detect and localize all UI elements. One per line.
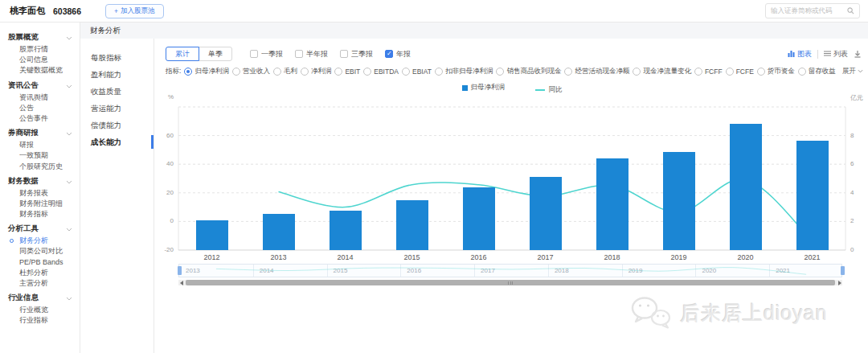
left-tick--20: -20 bbox=[154, 246, 174, 253]
checkbox-一季报[interactable]: 一季报 bbox=[250, 49, 283, 60]
sidebar-item-财务报表[interactable]: 财务报表 bbox=[0, 188, 80, 199]
sidebar-item-主营分析[interactable]: 主营分析 bbox=[0, 278, 80, 289]
indicator-label: 毛利 bbox=[284, 67, 297, 76]
x-label-2013: 2013 bbox=[261, 253, 297, 261]
scroll-left-arrow-icon[interactable] bbox=[178, 280, 185, 285]
checkbox-年报[interactable]: 年报 bbox=[385, 49, 411, 60]
search-placeholder: 输入证券简称或代码 bbox=[771, 6, 847, 16]
horizontal-scrollbar[interactable] bbox=[178, 280, 842, 285]
brush-right-handle[interactable] bbox=[841, 266, 845, 275]
sidebar-item-财务附注明细[interactable]: 财务附注明细 bbox=[0, 199, 80, 209]
indicator-radio-EBITDA[interactable]: EBITDA bbox=[363, 68, 399, 76]
sidebar-item-公司信息[interactable]: 公司信息 bbox=[0, 55, 80, 65]
sidebar-section-1[interactable]: 资讯公告 bbox=[0, 79, 80, 92]
sidebar-item-个股研究历史[interactable]: 个股研究历史 bbox=[0, 162, 80, 172]
brush-left-handle[interactable] bbox=[178, 266, 182, 275]
radio-icon bbox=[363, 68, 371, 76]
scrollbar-thumb[interactable] bbox=[186, 280, 835, 285]
indicator-radio-销售商品收到现金[interactable]: 销售商品收到现金 bbox=[496, 67, 561, 76]
sidebar-item-财务指标[interactable]: 财务指标 bbox=[0, 209, 80, 220]
legend-item-line[interactable]: 同比 bbox=[535, 85, 562, 95]
period-button-单季[interactable]: 单季 bbox=[199, 47, 232, 61]
indicator-label: 归母净利润 bbox=[194, 67, 229, 76]
indicator-label: 销售商品收到现金 bbox=[506, 67, 561, 76]
indicator-radio-留存收益[interactable]: 留存收益 bbox=[798, 67, 836, 76]
indicator-radio-扣非归母净利润[interactable]: 扣非归母净利润 bbox=[435, 67, 493, 76]
radio-icon bbox=[301, 68, 309, 76]
sidebar-item-公告[interactable]: 公告 bbox=[0, 103, 80, 113]
subnav-item-营运能力[interactable]: 营运能力 bbox=[80, 100, 154, 117]
top-bar: 桃李面包 603866 + 加入股票池 输入证券简称或代码 bbox=[0, 0, 868, 23]
sidebar-item-研报[interactable]: 研报 bbox=[0, 140, 80, 150]
indicator-radio-EBIT[interactable]: EBIT bbox=[334, 68, 360, 76]
indicator-radio-FCFF[interactable]: FCFF bbox=[694, 68, 723, 76]
view-label: 列表 bbox=[833, 49, 848, 60]
chevron-down-icon bbox=[66, 33, 72, 42]
subnav-item-每股指标[interactable]: 每股指标 bbox=[80, 49, 154, 66]
bar-2018 bbox=[596, 158, 628, 250]
indicator-radio-净利润[interactable]: 净利润 bbox=[301, 67, 332, 76]
indicator-radio-EBIAT[interactable]: EBIAT bbox=[402, 68, 432, 76]
sidebar-section-5[interactable]: 行业信息 bbox=[0, 291, 80, 305]
chevron-down-icon bbox=[66, 129, 72, 138]
indicator-radio-FCFE[interactable]: FCFE bbox=[726, 68, 754, 76]
add-to-stock-pool-button[interactable]: + 加入股票池 bbox=[105, 4, 163, 18]
indicator-radio-营业收入[interactable]: 营业收入 bbox=[232, 67, 270, 76]
sidebar-item-同类公司对比[interactable]: 同类公司对比 bbox=[0, 246, 80, 257]
watermark-text: 后来居上dioyan bbox=[680, 300, 828, 326]
indicator-radio-现金净流量变化[interactable]: 现金净流量变化 bbox=[633, 67, 691, 76]
expand-label: 展开 bbox=[842, 67, 856, 76]
sidebar-section-3[interactable]: 财务数据 bbox=[0, 174, 80, 188]
x-label-2021: 2021 bbox=[795, 253, 830, 261]
sidebar-item-公告事件[interactable]: 公告事件 bbox=[0, 113, 80, 124]
datazoom-brush[interactable]: 201320142015201620172018201920202021 bbox=[178, 264, 842, 277]
download-button[interactable] bbox=[854, 50, 862, 58]
sidebar-item-一致预期[interactable]: 一致预期 bbox=[0, 150, 80, 161]
sidebar-item-PE/PB Bands[interactable]: PE/PB Bands bbox=[0, 257, 80, 268]
sidebar-section-2[interactable]: 券商研报 bbox=[0, 126, 80, 140]
sidebar-item-财务分析[interactable]: 财务分析 bbox=[0, 236, 80, 246]
checkbox-三季报[interactable]: 三季报 bbox=[340, 49, 373, 60]
radio-icon bbox=[757, 68, 765, 76]
subnav-item-收益质量[interactable]: 收益质量 bbox=[80, 83, 154, 100]
sidebar-section-4[interactable]: 分析工具 bbox=[0, 222, 80, 236]
indicator-radio-经营活动现金净额[interactable]: 经营活动现金净额 bbox=[564, 67, 629, 76]
chevron-down-icon bbox=[66, 81, 72, 90]
main-content: 累计单季 一季报半年报三季报年报 图表列表 指标: 归母净利润营业收入毛利净利润… bbox=[154, 39, 868, 353]
bar-2017 bbox=[530, 177, 562, 250]
indicator-label: FCFE bbox=[736, 68, 754, 76]
sidebar-item-杜邦分析[interactable]: 杜邦分析 bbox=[0, 268, 80, 278]
indicator-radio-货币资金[interactable]: 货币资金 bbox=[757, 67, 795, 76]
sidebar-item-资讯舆情[interactable]: 资讯舆情 bbox=[0, 92, 80, 103]
sidebar-item-股票行情[interactable]: 股票行情 bbox=[0, 44, 80, 55]
checkbox-半年报[interactable]: 半年报 bbox=[295, 49, 328, 60]
period-button-累计[interactable]: 累计 bbox=[166, 47, 199, 61]
list-icon bbox=[824, 50, 831, 59]
period-toggle: 累计单季 bbox=[166, 47, 232, 61]
sidebar-section-0[interactable]: 股票概览 bbox=[0, 31, 80, 44]
subnav-item-偿债能力[interactable]: 偿债能力 bbox=[80, 117, 154, 133]
security-search-input[interactable]: 输入证券简称或代码 bbox=[765, 3, 860, 18]
plus-icon: + bbox=[114, 7, 118, 15]
view-list[interactable]: 列表 bbox=[824, 49, 848, 60]
legend-item-bar[interactable]: 归母净利润 bbox=[462, 83, 506, 92]
financial-analysis-subnav: 每股指标盈利能力收益质量营运能力偿债能力成长能力 bbox=[80, 39, 154, 353]
sidebar-item-行业指标[interactable]: 行业指标 bbox=[0, 315, 80, 326]
sidebar-item-行业概览[interactable]: 行业概览 bbox=[0, 305, 80, 315]
radio-icon bbox=[633, 68, 641, 76]
sidebar-item-关键数据概览[interactable]: 关键数据概览 bbox=[0, 65, 80, 76]
scroll-right-arrow-icon[interactable] bbox=[836, 280, 843, 285]
left-axis-unit: % bbox=[154, 93, 174, 101]
right-axis-unit: 亿元 bbox=[850, 93, 863, 102]
indicator-radio-毛利[interactable]: 毛利 bbox=[273, 67, 297, 76]
indicator-radio-归母净利润[interactable]: 归母净利润 bbox=[184, 67, 229, 76]
sidebar-section-label: 资讯公告 bbox=[8, 80, 39, 91]
expand-button[interactable]: 展开 bbox=[842, 67, 863, 76]
indicator-label: 净利润 bbox=[311, 67, 332, 76]
subnav-item-成长能力[interactable]: 成长能力 bbox=[80, 133, 154, 150]
checkbox-icon bbox=[385, 50, 393, 58]
view-chart[interactable]: 图表 bbox=[788, 49, 812, 60]
subnav-item-盈利能力[interactable]: 盈利能力 bbox=[80, 66, 154, 83]
x-label-2020: 2020 bbox=[728, 253, 764, 261]
indicator-label: 扣非归母净利润 bbox=[445, 67, 493, 76]
